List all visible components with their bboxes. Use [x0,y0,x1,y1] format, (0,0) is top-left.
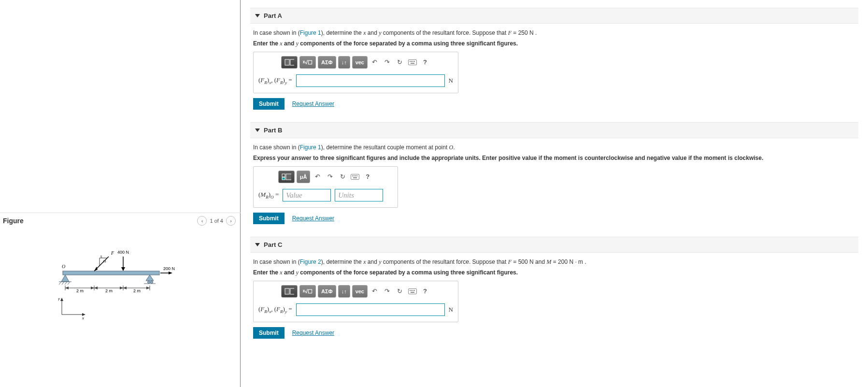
figure-prev-button[interactable]: ‹ [197,216,207,226]
part-a-instruction: Enter the x and y components of the forc… [253,39,855,48]
units-button[interactable]: μÅ [297,171,311,183]
part-b-value-input[interactable] [283,189,331,201]
redo-button[interactable]: ↷ [382,57,393,68]
undo-button[interactable]: ↶ [370,57,380,68]
part-c-title: Part C [264,241,282,248]
figure-1-link[interactable]: Figure 1 [300,144,321,151]
greek-button[interactable]: ΑΣΦ [318,56,336,69]
part-a-answer-input[interactable] [296,74,445,87]
part-b-prompt: In case shown in (Figure 1), determine t… [253,143,855,152]
part-a-submit-button[interactable]: Submit [253,98,285,110]
keyboard-icon[interactable] [350,172,360,182]
templates-button[interactable] [281,285,298,298]
part-a-lhs: (FR)x, (FR)y = [258,75,292,86]
help-button[interactable]: ? [362,172,373,182]
svg-marker-12 [94,267,98,271]
part-a-header[interactable]: Part A [250,8,858,24]
svg-rect-57 [354,175,355,176]
subscript-button[interactable]: ↓↑ [338,56,350,69]
svg-rect-44 [285,59,289,65]
part-a-prompt: In case shown in (Figure 1), determine t… [253,29,855,37]
part-b-units-input[interactable] [335,189,383,201]
subscript-button[interactable]: ↓↑ [338,285,350,298]
undo-button[interactable]: ↶ [370,286,380,297]
svg-rect-63 [408,289,416,294]
part-a-request-answer-link[interactable]: Request Answer [292,100,334,108]
part-b-submit-button[interactable]: Submit [253,213,285,224]
svg-rect-65 [411,290,412,291]
figure-title: Figure [3,217,197,225]
svg-point-8 [148,281,150,284]
templates-button[interactable] [281,56,298,69]
svg-rect-54 [286,174,291,180]
svg-rect-50 [414,61,415,62]
part-c-unit: N [449,305,453,315]
part-b-lhs: (MR)O = [258,190,279,201]
svg-point-9 [151,281,153,284]
reset-button[interactable]: ↻ [395,286,405,297]
svg-rect-51 [411,63,414,64]
part-c-header[interactable]: Part C [250,237,858,253]
svg-text:F: F [111,250,114,256]
svg-rect-64 [410,290,411,291]
vec-button[interactable]: vec [352,56,368,69]
part-c-answer-input[interactable] [296,303,445,316]
svg-marker-29 [65,287,69,289]
part-a-answer-box: ᵡ√☐ ΑΣΦ ↓↑ vec ↶ ↷ ↻ ? (FR)x, (FR)y = N [253,52,458,93]
help-button[interactable]: ? [420,57,430,68]
sqrt-button[interactable]: ᵡ√☐ [299,56,316,69]
svg-text:O: O [62,264,65,269]
svg-rect-66 [413,290,413,291]
svg-rect-49 [413,61,413,62]
svg-text:13: 13 [103,260,106,263]
sqrt-button[interactable]: ᵡ√☐ [299,285,316,298]
svg-rect-68 [411,292,414,293]
reset-button[interactable]: ↻ [337,172,348,182]
svg-rect-45 [290,59,294,65]
part-b-answer-box: μÅ ↶ ↷ ↻ ? (MR)O = [253,166,398,208]
chevron-down-icon [255,14,260,17]
svg-text:x: x [82,315,84,320]
greek-button[interactable]: ΑΣΦ [318,285,336,298]
part-b-header[interactable]: Part B [250,122,858,138]
svg-text:2 m: 2 m [133,288,141,293]
keyboard-icon[interactable] [407,57,418,68]
chevron-down-icon [255,129,260,132]
figure-1-link[interactable]: Figure 1 [300,29,321,36]
figure-2-link[interactable]: Figure 2 [300,258,321,265]
figure-next-button[interactable]: › [226,216,236,226]
svg-marker-18 [121,267,125,271]
svg-marker-31 [94,287,98,289]
redo-button[interactable]: ↷ [382,286,393,297]
part-c-request-answer-link[interactable]: Request Answer [292,329,334,337]
reset-button[interactable]: ↻ [395,57,405,68]
svg-rect-67 [414,290,415,291]
part-a-unit: N [449,76,453,86]
svg-marker-40 [60,298,63,301]
part-c-submit-button[interactable]: Submit [253,327,285,339]
part-b: Part B In case shown in (Figure 1), dete… [250,122,858,229]
svg-rect-46 [408,60,416,65]
part-c-lhs: (FR)x, (FR)y = [258,304,292,315]
part-c-instruction: Enter the x and y components of the forc… [253,268,855,277]
keyboard-icon[interactable] [407,286,418,297]
svg-text:2 m: 2 m [105,288,113,293]
templates-button[interactable] [278,171,295,183]
part-a: Part A In case shown in (Figure 1), dete… [250,8,858,115]
svg-rect-55 [351,174,359,180]
help-button[interactable]: ? [420,286,430,297]
figure-header: Figure ‹ 1 of 4 › [0,213,241,229]
svg-rect-53 [282,177,285,180]
svg-line-3 [59,282,61,285]
svg-marker-1 [61,275,69,282]
part-b-request-answer-link[interactable]: Request Answer [292,214,334,223]
undo-button[interactable]: ↶ [312,172,323,182]
svg-rect-56 [352,175,353,176]
part-c-prompt: In case shown in (Figure 2), determine t… [253,258,855,266]
svg-marker-34 [146,287,150,289]
part-b-title: Part B [264,127,282,134]
vec-button[interactable]: vec [352,285,368,298]
redo-button[interactable]: ↷ [325,172,335,182]
svg-text:y: y [58,296,60,301]
svg-rect-47 [410,61,411,62]
